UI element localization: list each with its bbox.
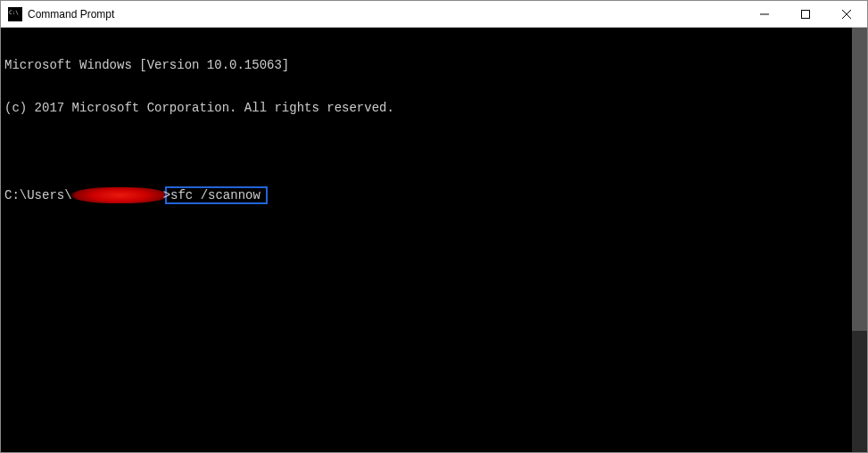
- minimize-icon: [760, 10, 769, 19]
- cmd-icon: [8, 7, 22, 21]
- redacted-username: [70, 187, 169, 203]
- prompt-line: C:\Users\>sfc /scannow: [4, 186, 848, 204]
- command-highlight: sfc /scannow: [165, 186, 268, 204]
- prompt-symbol: >: [163, 188, 170, 202]
- prompt-path-prefix: C:\Users\: [4, 188, 72, 202]
- copyright-line: (c) 2017 Microsoft Corporation. All righ…: [4, 101, 848, 115]
- scrollbar-thumb[interactable]: [852, 28, 867, 331]
- close-button[interactable]: [826, 1, 867, 27]
- svg-rect-1: [802, 10, 810, 18]
- maximize-button[interactable]: [785, 1, 826, 27]
- console-area: Microsoft Windows [Version 10.0.15063] (…: [1, 28, 867, 452]
- blank-line: [4, 144, 848, 158]
- maximize-icon: [801, 10, 810, 19]
- console-output[interactable]: Microsoft Windows [Version 10.0.15063] (…: [1, 28, 852, 452]
- minimize-button[interactable]: [744, 1, 785, 27]
- version-line: Microsoft Windows [Version 10.0.15063]: [4, 58, 848, 72]
- titlebar[interactable]: Command Prompt: [1, 1, 867, 28]
- window-title: Command Prompt: [28, 8, 744, 21]
- vertical-scrollbar[interactable]: [852, 28, 867, 452]
- window-controls: [744, 1, 867, 27]
- close-icon: [842, 10, 851, 19]
- command-text: sfc /scannow: [170, 188, 260, 202]
- command-prompt-window: Command Prompt Microsoft Windows [Versio…: [0, 0, 868, 453]
